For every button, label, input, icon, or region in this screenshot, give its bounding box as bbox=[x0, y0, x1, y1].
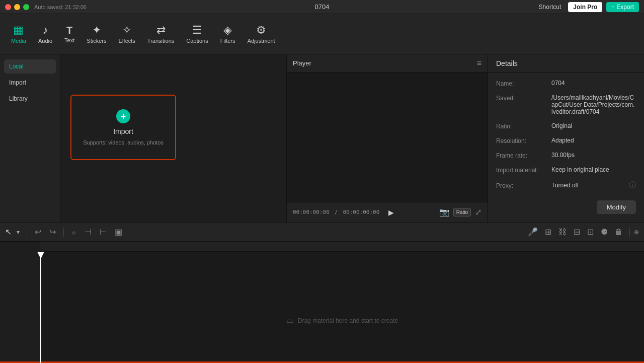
stickers-icon: ✦ bbox=[92, 25, 101, 36]
effects-label: Effects bbox=[118, 38, 135, 44]
undo-button[interactable]: ↩ bbox=[32, 226, 44, 238]
export-button[interactable]: ↑ Export bbox=[606, 2, 639, 12]
selector-dropdown[interactable]: ▾ bbox=[15, 229, 22, 236]
snap-button[interactable]: ⊞ bbox=[542, 226, 554, 238]
toolbar-transitions[interactable]: ⇄ Transitions bbox=[141, 21, 180, 48]
filters-icon: ◈ bbox=[223, 25, 232, 36]
toolbar-captions[interactable]: ☰ Captions bbox=[180, 21, 214, 48]
link-button[interactable]: ⛓ bbox=[556, 226, 569, 238]
delete-button[interactable]: 🗑 bbox=[612, 226, 625, 238]
detail-label-import-material: Import material: bbox=[496, 166, 551, 174]
detail-value-framerate: 30.00fps bbox=[551, 152, 636, 159]
redo-button[interactable]: ↪ bbox=[47, 226, 58, 238]
timeline-right-tools: 🎤 ⊞ ⛓ ⊟ ⊡ ⚈ 🗑 ⊕ bbox=[525, 226, 639, 238]
details-content: Name: 0704 Saved: /Users/mallikadhyani/M… bbox=[488, 72, 644, 200]
media-label: Media bbox=[11, 38, 26, 44]
detail-row-resolution: Resolution: Adapted bbox=[496, 137, 636, 144]
import-box[interactable]: + Import Supports: videos, audios, photo… bbox=[70, 95, 176, 160]
adjustment-icon: ⚙ bbox=[256, 25, 266, 36]
player-menu-icon[interactable]: ≡ bbox=[477, 59, 481, 68]
proxy-info-icon[interactable]: ⓘ bbox=[629, 181, 636, 190]
drag-icon: ▭ bbox=[286, 316, 294, 325]
screenshot-icon[interactable]: 📷 bbox=[439, 207, 449, 217]
timeline-toolbar: ↖ ▾ ↩ ↪ ⬦ ⊣ ⊢ ▣ 🎤 ⊞ ⛓ ⊟ ⊡ ⚈ 🗑 ⊕ bbox=[0, 223, 644, 242]
toolbar-text[interactable]: T Text bbox=[58, 21, 80, 47]
fullscreen-icon[interactable]: ⤢ bbox=[475, 207, 481, 217]
import-sublabel: Supports: videos, audios, photos bbox=[83, 139, 164, 146]
toolbar-adjustment[interactable]: ⚙ Adjustment bbox=[242, 21, 281, 48]
detail-row-framerate: Frame rate: 30.00fps bbox=[496, 152, 636, 159]
player-canvas bbox=[287, 72, 488, 202]
detail-row-import-material: Import material: Keep in original place bbox=[496, 166, 636, 174]
media-icon: ▦ bbox=[13, 25, 24, 36]
sidebar-item-import[interactable]: Import bbox=[4, 76, 56, 90]
import-label: Import bbox=[113, 127, 133, 135]
timeline-left-panel bbox=[0, 242, 40, 363]
split-button[interactable]: ⬦ bbox=[69, 226, 79, 238]
selector-icon: ↖ bbox=[5, 227, 12, 237]
trim-right-button[interactable]: ⊢ bbox=[97, 226, 109, 238]
toolbar-audio[interactable]: ♪ Audio bbox=[32, 21, 58, 48]
time-current: 00:00:00:00 bbox=[293, 209, 330, 215]
titlebar: Auto saved: 21:32:06 0704 Shortcut Join … bbox=[0, 0, 644, 14]
autosave-status: Auto saved: 21:32:06 bbox=[34, 4, 536, 10]
playhead bbox=[40, 252, 41, 363]
timeline-tracks: ▭ Drag material here and start to create bbox=[40, 252, 644, 363]
trim-left-button[interactable]: ⊣ bbox=[82, 226, 94, 238]
time-separator: / bbox=[335, 209, 338, 215]
timeline-main: ▭ Drag material here and start to create bbox=[40, 242, 644, 363]
sidebar-library-label: Library bbox=[9, 95, 28, 102]
player-panel: Player ≡ 00:00:00:00 / 00:00:00:00 ▶ 📷 R… bbox=[287, 54, 488, 222]
join-pro-button[interactable]: Join Pro bbox=[568, 2, 602, 12]
player-right-controls: 📷 Ratio ⤢ bbox=[439, 207, 481, 217]
timeline-body: ▭ Drag material here and start to create bbox=[0, 242, 644, 363]
sidebar-import-label: Import bbox=[9, 79, 26, 86]
split-audio-button[interactable]: ⊟ bbox=[571, 226, 583, 238]
minimize-button[interactable] bbox=[14, 4, 20, 10]
drag-hint-text: Drag material here and start to create bbox=[298, 317, 398, 324]
time-total: 00:00:00:00 bbox=[343, 209, 379, 215]
main-area: Local Import Library + Import Supports: … bbox=[0, 54, 644, 222]
export-icon: ↑ bbox=[611, 4, 614, 11]
detail-label-framerate: Frame rate: bbox=[496, 152, 551, 159]
toolbar-media[interactable]: ▦ Media bbox=[5, 21, 32, 48]
detail-value-ratio: Original bbox=[551, 122, 636, 129]
color-button[interactable]: ⚈ bbox=[598, 226, 610, 238]
crop-button[interactable]: ▣ bbox=[112, 226, 125, 238]
audio-icon: ♪ bbox=[43, 25, 48, 36]
details-header: Details bbox=[488, 54, 644, 72]
detail-label-proxy: Proxy: bbox=[496, 182, 551, 189]
shortcut-button[interactable]: Shortcut bbox=[536, 3, 565, 12]
player-controls: 00:00:00:00 / 00:00:00:00 ▶ 📷 Ratio ⤢ bbox=[287, 202, 488, 222]
toolbar-effects[interactable]: ✧ Effects bbox=[112, 21, 141, 48]
close-button[interactable] bbox=[5, 4, 11, 10]
ratio-button[interactable]: Ratio bbox=[453, 208, 471, 216]
sidebar: Local Import Library bbox=[0, 54, 60, 222]
text-label: Text bbox=[64, 37, 74, 43]
sidebar-item-library[interactable]: Library bbox=[4, 92, 56, 106]
maximize-button[interactable] bbox=[23, 4, 29, 10]
detail-label-ratio: Ratio: bbox=[496, 122, 551, 130]
detail-value-saved: /Users/mallikadhyani/Movies/CapCut/User … bbox=[551, 94, 636, 115]
toolbar-divider-2 bbox=[63, 228, 64, 237]
details-title: Details bbox=[496, 59, 518, 67]
toolbar: ▦ Media ♪ Audio T Text ✦ Stickers ✧ Effe… bbox=[0, 14, 644, 54]
captions-tl-button[interactable]: ⊡ bbox=[585, 226, 596, 238]
detail-value-import-material: Keep in original place bbox=[551, 166, 636, 173]
audio-label: Audio bbox=[38, 38, 52, 44]
effects-icon: ✧ bbox=[122, 25, 131, 36]
adjustment-label: Adjustment bbox=[248, 38, 275, 44]
modify-button[interactable]: Modify bbox=[597, 200, 636, 214]
mic-button[interactable]: 🎤 bbox=[525, 226, 540, 238]
transitions-icon: ⇄ bbox=[156, 25, 166, 36]
timeline-ruler bbox=[40, 242, 644, 252]
play-button[interactable]: ▶ bbox=[384, 206, 397, 219]
detail-value-resolution: Adapted bbox=[551, 137, 636, 144]
toolbar-filters[interactable]: ◈ Filters bbox=[214, 21, 242, 48]
toolbar-stickers[interactable]: ✦ Stickers bbox=[80, 21, 112, 48]
player-title: Player bbox=[293, 59, 311, 67]
sidebar-local-label: Local bbox=[9, 63, 24, 70]
export-label: Export bbox=[616, 4, 634, 11]
sidebar-item-local[interactable]: Local bbox=[4, 59, 56, 74]
toolbar-divider-1 bbox=[27, 228, 27, 237]
